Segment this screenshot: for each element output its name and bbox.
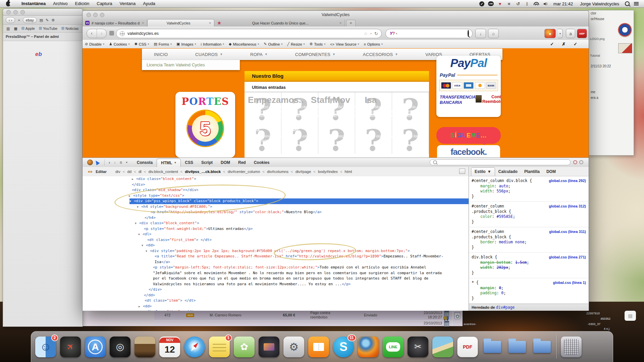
dock-trash-icon[interactable] xyxy=(561,337,582,357)
html-tree-node[interactable]: <dt class="item"> </dt> xyxy=(83,298,469,304)
firebug-tab-cookies[interactable]: Cookies xyxy=(250,159,274,167)
html-tree-node[interactable]: <div class="mid_shadow"></div> xyxy=(83,187,469,193)
style-tab-calculado[interactable]: Calculado xyxy=(495,167,521,176)
html-tree-node[interactable]: ▼<dd> xyxy=(83,243,469,248)
tab-close-icon[interactable]: ✕ xyxy=(142,21,144,25)
html-tree-node[interactable]: ▼<dl> xyxy=(83,232,469,237)
menu-item-edición[interactable]: Edición xyxy=(71,1,93,6)
twisty-open-icon[interactable]: ▼ xyxy=(146,249,147,254)
calculator-icon[interactable] xyxy=(444,321,449,326)
window-titlebar[interactable]: ValwindCycles xyxy=(83,11,589,19)
url-dropdown-icon[interactable]: ▾ xyxy=(370,32,372,35)
css-file-link[interactable]: global.css (línea 311) xyxy=(549,229,586,235)
check-circle-icon[interactable]: ✓ xyxy=(479,1,485,6)
reload-icon[interactable]: ↻ xyxy=(374,31,378,36)
html-tree-node[interactable]: <p style="margin-left:5px; font-style:it… xyxy=(83,265,469,287)
desktop-file-label[interactable]: -0303_37 xyxy=(588,322,600,326)
plus-button[interactable]: + xyxy=(18,18,20,22)
site-identity-icon[interactable] xyxy=(120,31,125,36)
truck-icon[interactable] xyxy=(443,316,449,320)
check-icon[interactable]: ✓ xyxy=(574,42,577,47)
dock-folder-1-icon[interactable] xyxy=(482,337,503,357)
bookmark-apple[interactable]: Apple xyxy=(21,26,35,31)
facebook-block[interactable]: facebook. xyxy=(437,145,500,158)
breadcrumb-item[interactable]: dl xyxy=(139,170,142,174)
dock-folder-3-icon[interactable] xyxy=(532,337,552,357)
breadcrumb-item[interactable]: dd xyxy=(127,170,131,174)
dock-dashboard-icon[interactable]: ◎ xyxy=(110,337,130,357)
devtoolbar-outline[interactable]: ✎Outline▾ xyxy=(261,42,285,46)
twisty-open-icon[interactable]: ▼ xyxy=(129,199,131,204)
site-nav-inicio[interactable]: INICIO xyxy=(154,52,168,57)
devtoolbar-tools[interactable]: ⚙Tools▾ xyxy=(307,42,328,46)
breadcrumb-item[interactable]: div#columns xyxy=(267,170,288,174)
devtoolbar-miscellaneous[interactable]: ◆Miscellaneous▾ xyxy=(226,42,261,46)
twisty-closed-icon[interactable]: ▶ xyxy=(132,177,133,182)
dock-stickies-icon[interactable]: 1 xyxy=(209,337,230,357)
tutorial-thumbnail[interactable] xyxy=(618,43,632,53)
site-nav-accesorios[interactable]: ACCESORIOS▼ xyxy=(363,52,398,57)
desktop-file-label[interactable]: 22997910 xyxy=(586,312,600,315)
calculator-icon[interactable] xyxy=(444,311,449,316)
dock-launchpad-icon[interactable]: ✈ xyxy=(60,337,81,357)
volume-icon[interactable]: ◀)) xyxy=(542,1,548,6)
twisty-closed-icon[interactable]: ▶ xyxy=(139,304,140,310)
html-tree-node[interactable]: <dt class="first_item"> </dt> xyxy=(83,237,469,243)
search-engine-dropdown-icon[interactable]: ▾ xyxy=(395,32,397,35)
window-minimize-button[interactable] xyxy=(13,10,18,14)
panel-caret-icon[interactable]: ▾ xyxy=(124,161,129,164)
html-tree-node[interactable]: ▶<div class="block_content"> xyxy=(83,176,469,182)
css-file-link[interactable]: global.css (línea 1) xyxy=(553,280,586,286)
layers-icon[interactable]: ≡ xyxy=(506,1,512,6)
firebug-tab-consola[interactable]: Consola xyxy=(133,159,157,167)
devtoolbar-forms[interactable]: ▤Forms▾ xyxy=(151,42,174,46)
blog-title-bar[interactable]: Nuestro Blog xyxy=(245,71,429,82)
dock-scissors-icon[interactable]: ✂ xyxy=(408,337,428,357)
dock-line-app-icon[interactable]: LINE xyxy=(383,337,404,357)
tab-close-icon[interactable]: ✕ xyxy=(209,21,211,25)
dock-eagle-photo-icon[interactable] xyxy=(135,337,155,357)
desktop-file-label[interactable]: avantree- xyxy=(464,322,476,326)
wifi-icon[interactable] xyxy=(533,1,539,6)
blog-post-title-overlay[interactable]: Empezamos.. Staff Mov Isa xyxy=(248,95,426,105)
firebug-tab-dom[interactable]: DOM xyxy=(217,159,234,167)
dock-photos-icon[interactable]: ✿ xyxy=(234,337,255,357)
breadcrumb-item[interactable]: html xyxy=(345,170,352,174)
dock-photo-booth-icon[interactable] xyxy=(259,337,279,357)
html-tree-node[interactable]: ▼<h4 style="background:#FECA00;"> xyxy=(83,204,469,210)
share-icon[interactable]: ▤ xyxy=(625,311,636,321)
html-tree-node[interactable]: </div> xyxy=(83,287,469,293)
book-icon[interactable]: ▥ xyxy=(6,26,10,31)
browser-tab-2[interactable]: VValwindCycles✕ xyxy=(147,19,214,26)
html-tree-node[interactable]: <p style="font-weight:bold;">Ultimas ent… xyxy=(83,226,469,232)
html-tree-node[interactable]: <a title="Read the article Empezamos.. S… xyxy=(83,254,469,265)
devtoolbar-cookies[interactable]: ♟Cookies▾ xyxy=(107,42,132,46)
dock-preview-icon[interactable] xyxy=(432,337,453,357)
menu-item-ventana[interactable]: Ventana xyxy=(116,1,140,6)
window-close-button[interactable] xyxy=(6,10,11,14)
yahoo-search-icon[interactable]: Y? xyxy=(386,31,395,36)
errors-indicator-icon[interactable] xyxy=(573,160,577,164)
css-property[interactable]: width: 202px; xyxy=(472,265,586,270)
bookmark-noticias[interactable]: Noticias xyxy=(61,26,78,31)
search-magnifier-icon[interactable] xyxy=(468,30,469,37)
dock-system-preferences-icon[interactable]: ⚙ xyxy=(283,337,304,357)
breadcrumb-item[interactable]: div#pss_…ck.block xyxy=(185,170,221,174)
html-tree-node[interactable]: ▼<div style="padding:2px 1px 2px 1px; ba… xyxy=(83,248,469,254)
dock-firefox-icon[interactable] xyxy=(358,337,379,357)
css-property[interactable]: margin-bottom: 1.5em; xyxy=(472,260,586,265)
firebug-tab-html[interactable]: HTML▼ xyxy=(157,159,181,167)
css-property[interactable]: color: #595A5E; xyxy=(472,214,586,220)
ebay-button[interactable]: ebay xyxy=(23,17,37,23)
table-row[interactable]: 472 NEW M. Carrero Romero 65,00 € Pago c… xyxy=(154,310,462,320)
devtoolbar-css[interactable]: ✱CSS▾ xyxy=(132,42,152,46)
desktop-file-label[interactable]: 450352 xyxy=(600,317,610,320)
css-property[interactable]: margin: auto; xyxy=(472,184,586,189)
css-property[interactable]: border: medium none; xyxy=(472,240,586,245)
html-tree-node[interactable]: ▶<dd> xyxy=(83,304,469,309)
menu-item-ayuda[interactable]: Ayuda xyxy=(139,1,159,6)
dock-app-store-icon[interactable]: A xyxy=(85,337,106,357)
history-back-icon[interactable]: ‹ xyxy=(107,160,112,165)
desktop-file-label[interactable]: 4 n.j xyxy=(604,327,609,330)
cross-icon[interactable]: ✗ xyxy=(562,42,566,47)
